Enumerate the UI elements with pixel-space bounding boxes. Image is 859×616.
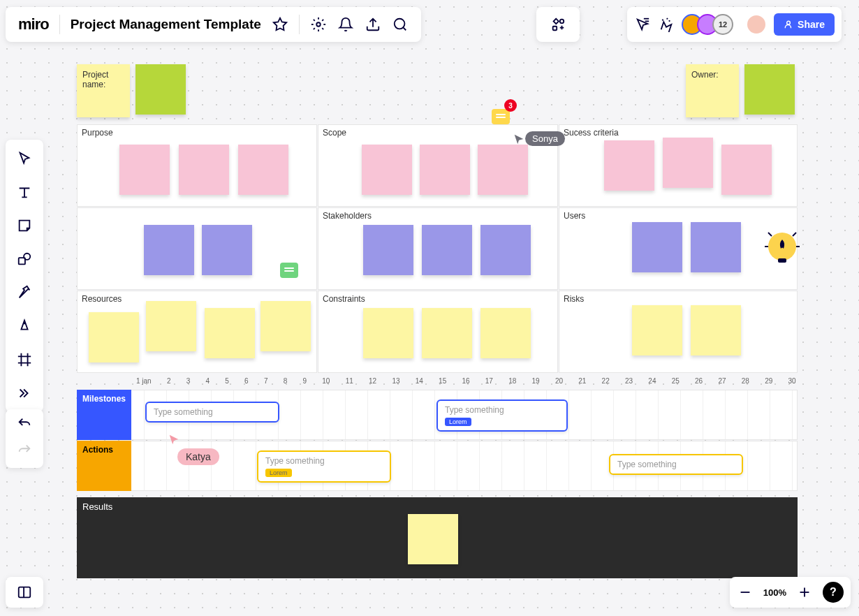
sticky-note[interactable]	[144, 225, 194, 275]
sticky-note[interactable]	[632, 222, 682, 272]
svg-point-6	[316, 22, 321, 27]
sticky-note[interactable]	[202, 225, 252, 275]
sticky-note[interactable]	[89, 312, 139, 362]
sticky-project-name[interactable]: Project name:	[77, 64, 130, 117]
section-stakeholders[interactable]: Stakeholders	[318, 207, 558, 290]
section-constraints[interactable]: Constraints	[318, 291, 558, 373]
milestones-label[interactable]: Milestones	[77, 390, 131, 440]
comment-icon[interactable]	[492, 109, 510, 124]
search-icon[interactable]	[392, 16, 409, 33]
section-success[interactable]: Sucess criteria	[559, 124, 798, 207]
results-label: Results	[77, 497, 798, 516]
sticky-note[interactable]	[691, 222, 741, 272]
sticky-note[interactable]	[179, 145, 229, 195]
comment-badge: 3	[504, 99, 517, 112]
undo-redo	[6, 409, 43, 468]
sticky-note[interactable]	[119, 145, 170, 195]
sticky-note[interactable]	[420, 145, 470, 195]
card-placeholder: Type something	[154, 407, 271, 417]
section-label: Risks	[564, 294, 584, 304]
board-title[interactable]: Project Management Template	[71, 17, 261, 32]
divider	[59, 15, 60, 34]
sticky-note[interactable]	[146, 301, 196, 351]
sticky-note[interactable]	[363, 308, 413, 358]
avatar-count[interactable]: 12	[712, 14, 733, 35]
sticky-note[interactable]	[480, 308, 531, 358]
action-card[interactable]: Type something	[609, 454, 743, 475]
section-resources[interactable]: Resources	[77, 291, 317, 373]
sticky-note[interactable]	[478, 145, 528, 195]
section-risks[interactable]: Risks	[559, 291, 798, 373]
topbar-left: miro Project Management Template	[6, 7, 421, 42]
sticky-note[interactable]	[205, 308, 255, 358]
bell-icon[interactable]	[337, 16, 354, 33]
zoom-level[interactable]: 100%	[763, 587, 786, 598]
milestone-card[interactable]: Type something	[145, 402, 279, 423]
sticky-note[interactable]	[604, 140, 654, 191]
sticky-project-name-value[interactable]	[135, 64, 186, 115]
shape-tool[interactable]	[14, 249, 35, 270]
sticky-note[interactable]	[238, 145, 288, 195]
more-tools[interactable]	[14, 383, 35, 404]
avatar-group[interactable]: 12	[682, 14, 733, 35]
select-tool[interactable]	[14, 148, 35, 169]
section-label: Sucess criteria	[564, 128, 619, 138]
action-card[interactable]: Type something Lorem	[257, 450, 391, 483]
share-button[interactable]: Share	[774, 13, 835, 36]
zoom-in-button[interactable]	[796, 584, 813, 601]
zoom-controls: 100% ?	[730, 577, 851, 608]
help-button[interactable]: ?	[823, 582, 844, 603]
svg-point-14	[24, 254, 30, 260]
card-tag: Lorem	[445, 418, 471, 426]
sticky-note[interactable]	[408, 514, 458, 564]
sticky-note[interactable]	[663, 138, 713, 188]
sticky-owner-value[interactable]	[744, 64, 795, 115]
pen-tool[interactable]	[14, 316, 35, 337]
star-icon[interactable]	[272, 16, 288, 33]
cursor-sonya: Sonya	[513, 131, 565, 146]
comment-icon[interactable]	[280, 263, 298, 278]
card-placeholder: Type something	[445, 405, 559, 415]
frame-tool[interactable]	[14, 349, 35, 370]
line-tool[interactable]	[14, 282, 35, 303]
export-icon[interactable]	[365, 16, 381, 33]
avatar-self[interactable]	[746, 14, 767, 35]
results-section[interactable]: Results	[77, 497, 798, 578]
svg-point-12	[787, 21, 791, 24]
sticky-note[interactable]	[363, 225, 413, 275]
reactions-icon[interactable]	[658, 16, 675, 33]
actions-label[interactable]: Actions	[77, 441, 131, 491]
undo-button[interactable]	[17, 416, 32, 434]
sticky-tool[interactable]	[14, 215, 35, 236]
sticky-note[interactable]	[422, 308, 472, 358]
miro-logo[interactable]: miro	[18, 15, 49, 34]
zoom-out-button[interactable]	[737, 584, 754, 601]
divider	[299, 15, 300, 34]
sticky-owner[interactable]: Owner:	[686, 64, 739, 117]
toolbar	[6, 140, 43, 412]
minimap-button[interactable]	[6, 577, 43, 608]
cursor-label-katya: Katya	[177, 448, 219, 465]
sticky-note[interactable]	[632, 305, 682, 355]
sticky-note[interactable]	[422, 225, 472, 275]
card-tag: Lorem	[265, 469, 292, 477]
svg-point-7	[395, 19, 405, 29]
cursor-mode-icon[interactable]	[634, 16, 651, 33]
redo-button[interactable]	[17, 443, 32, 461]
milestone-card[interactable]: Type something Lorem	[436, 399, 568, 432]
canvas[interactable]: Project name: Owner: Purpose Scope Suces…	[0, 0, 859, 616]
sticky-note[interactable]	[480, 225, 531, 275]
svg-line-3	[793, 233, 796, 236]
section-purpose[interactable]: Purpose	[77, 124, 317, 207]
section-label: Scope	[323, 128, 346, 138]
sticky-note[interactable]	[721, 145, 772, 195]
svg-rect-9	[553, 27, 557, 31]
sticky-note[interactable]	[362, 145, 412, 195]
sticky-note[interactable]	[260, 301, 311, 351]
section-blank-left[interactable]	[77, 207, 317, 290]
sticky-note[interactable]	[691, 305, 741, 355]
section-label: Users	[564, 211, 585, 221]
settings-icon[interactable]	[310, 16, 327, 33]
apps-button[interactable]	[536, 7, 580, 42]
text-tool[interactable]	[14, 182, 35, 203]
